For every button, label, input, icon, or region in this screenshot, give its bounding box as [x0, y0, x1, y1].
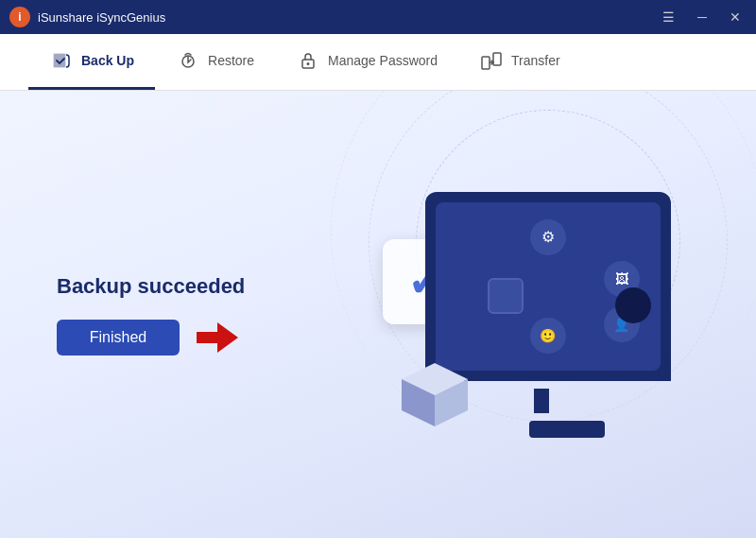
tab-manage-password-label: Manage Password: [328, 53, 438, 68]
monitor-container: ✓ ⚙ 🖼 👤: [378, 192, 680, 438]
monitor-body: ⚙ 🖼 👤: [425, 192, 671, 381]
monitor-stand-base: [529, 421, 605, 438]
arrow-icon: [193, 321, 238, 355]
tab-backup-label: Back Up: [81, 53, 134, 68]
restore-tab-icon: [176, 48, 200, 73]
tab-manage-password[interactable]: Manage Password: [275, 34, 458, 90]
screen-gear-icon: ⚙: [530, 219, 566, 255]
svg-point-4: [307, 62, 310, 65]
button-row: Finished: [57, 320, 245, 356]
tab-restore[interactable]: Restore: [155, 34, 275, 90]
transfer-tab-icon: [479, 48, 504, 73]
finished-button[interactable]: Finished: [57, 320, 180, 356]
monitor-screen: ⚙ 🖼 👤: [436, 202, 661, 371]
svg-rect-6: [493, 53, 501, 65]
tab-transfer-label: Transfer: [511, 53, 560, 68]
screen-chat-icon: 🙂: [530, 318, 566, 354]
monitor-stand-neck: [534, 389, 549, 413]
backup-tab-icon: [49, 48, 74, 73]
logo-letter: i: [18, 10, 21, 24]
main-content: Backup succeeded Finished ✓ ⚙: [0, 91, 756, 538]
app-title: iSunshare iSyncGenius: [38, 10, 165, 25]
screen-square-icon: [488, 278, 524, 314]
tab-transfer[interactable]: Transfer: [458, 34, 581, 90]
titlebar-controls: ☰ ─ ✕: [657, 9, 747, 26]
password-tab-icon: [296, 48, 320, 73]
app-logo: i: [9, 7, 30, 27]
screen-dark-circle: [615, 287, 651, 323]
left-section: Backup succeeded Finished: [0, 274, 301, 356]
tab-restore-label: Restore: [208, 53, 254, 68]
svg-rect-5: [482, 57, 490, 69]
close-button[interactable]: ✕: [724, 9, 747, 26]
tab-backup[interactable]: Back Up: [28, 34, 155, 90]
navbar: Back Up Restore Manage Password: [0, 34, 756, 91]
titlebar: i iSunshare iSyncGenius ☰ ─ ✕: [0, 0, 756, 34]
right-section: ✓ ⚙ 🖼 👤: [301, 192, 756, 438]
cube-decoration: [397, 358, 472, 438]
backup-success-title: Backup succeeded: [57, 274, 245, 299]
menu-button[interactable]: ☰: [657, 9, 680, 26]
minimize-button[interactable]: ─: [692, 9, 713, 26]
svg-marker-7: [197, 322, 238, 353]
titlebar-left: i iSunshare iSyncGenius: [9, 7, 165, 27]
